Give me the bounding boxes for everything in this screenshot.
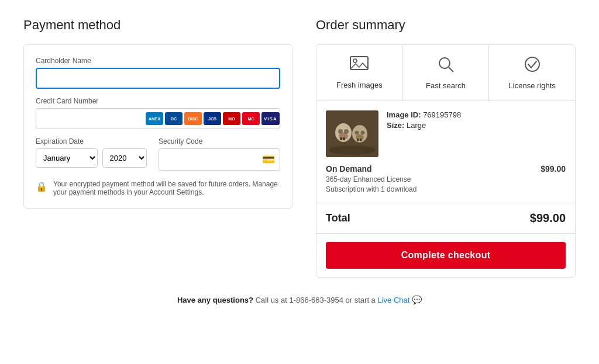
- visa-icon: VISA: [261, 112, 280, 125]
- cc-number-field[interactable]: AMEX DC DISC JCB MO MC VISA: [36, 108, 280, 129]
- svg-rect-9: [340, 137, 342, 140]
- lock-icon: 🔒: [36, 181, 47, 192]
- image-id: Image ID: 769195798: [387, 110, 566, 119]
- order-item-row: Image ID: 769195798 Size: Large: [326, 110, 566, 157]
- cc-number-input[interactable]: [41, 114, 143, 123]
- diners-icon: DC: [165, 112, 183, 125]
- order-title: Order summary: [316, 18, 576, 33]
- payment-title: Payment method: [23, 18, 292, 33]
- total-label: Total: [326, 212, 350, 224]
- amex-icon: AMEX: [146, 112, 163, 125]
- order-summary-box: Fresh images Fast search: [316, 44, 576, 278]
- chat-icon: 💬: [412, 295, 422, 304]
- svg-line-3: [449, 67, 453, 72]
- cardholder-label: Cardholder Name: [36, 57, 280, 65]
- license-line2: Subscription with 1 download: [326, 185, 416, 193]
- svg-point-2: [439, 58, 450, 68]
- on-demand-label: On Demand: [326, 164, 416, 174]
- feature-fast-search: Fast search: [403, 45, 490, 100]
- live-chat-link[interactable]: Live Chat: [377, 296, 409, 304]
- order-details: Image ID: 769195798 Size: Large On Deman…: [316, 101, 575, 203]
- expiry-label: Expiration Date: [36, 137, 147, 145]
- cardholder-input[interactable]: [36, 68, 280, 89]
- security-input-wrap[interactable]: 💳: [159, 148, 280, 171]
- maestro-icon: MO: [223, 112, 240, 125]
- order-price-row: On Demand 365-day Enhanced License Subsc…: [326, 164, 566, 193]
- svg-point-1: [353, 59, 357, 63]
- search-icon: [437, 56, 455, 77]
- checkmark-icon: [524, 56, 541, 77]
- svg-point-17: [355, 131, 359, 135]
- feature-fresh-images: Fresh images: [316, 45, 403, 100]
- image-id-label: Image ID:: [387, 110, 421, 119]
- svg-rect-16: [360, 138, 362, 141]
- svg-point-18: [361, 131, 365, 135]
- fresh-images-label: Fresh images: [336, 81, 383, 89]
- total-row: Total $99.00: [316, 203, 575, 234]
- expiry-selects: January February March April May June Ju…: [36, 148, 147, 168]
- feature-license-rights: License rights: [489, 45, 575, 100]
- year-select[interactable]: 2020 2021 2022 2023 2024 2025 2026: [102, 148, 147, 168]
- size-value: Large: [407, 121, 426, 130]
- order-thumbnail: [326, 110, 378, 157]
- footer-question: Have any questions?: [177, 296, 253, 304]
- footer-contact-text: Call us at 1-866-663-3954 or start a: [256, 296, 376, 304]
- order-meta: Image ID: 769195798 Size: Large: [387, 110, 566, 157]
- security-label: Security Code: [159, 137, 280, 145]
- size-label: Size:: [387, 121, 404, 130]
- expiry-security-row: Expiration Date January February March A…: [36, 137, 280, 171]
- complete-checkout-button[interactable]: Complete checkout: [326, 242, 566, 269]
- image-icon: [350, 56, 369, 76]
- cvv-icon: 💳: [262, 153, 275, 166]
- security-group: Security Code 💳: [159, 137, 280, 171]
- on-demand-info: On Demand 365-day Enhanced License Subsc…: [326, 164, 416, 193]
- expiry-group: Expiration Date January February March A…: [36, 137, 147, 171]
- svg-point-11: [338, 129, 343, 134]
- save-notice-text: Your encrypted payment method will be sa…: [53, 180, 280, 196]
- fast-search-label: Fast search: [426, 81, 466, 90]
- svg-rect-15: [357, 138, 359, 141]
- discover-icon: DISC: [184, 112, 202, 125]
- card-icons-group: AMEX DC DISC JCB MO MC VISA: [146, 112, 280, 125]
- payment-form: Cardholder Name Credit Card Number AMEX …: [23, 44, 292, 209]
- features-row: Fresh images Fast search: [316, 45, 575, 101]
- month-select[interactable]: January February March April May June Ju…: [36, 148, 98, 168]
- svg-rect-10: [343, 137, 345, 140]
- footer-bar: Have any questions? Call us at 1-866-663…: [23, 295, 576, 304]
- cc-number-label: Credit Card Number: [36, 97, 280, 105]
- svg-point-4: [525, 57, 539, 71]
- svg-point-12: [344, 129, 349, 134]
- on-demand-price: $99.00: [541, 164, 566, 174]
- license-line1: 365-day Enhanced License: [326, 175, 416, 183]
- license-rights-label: License rights: [509, 81, 556, 90]
- total-price: $99.00: [530, 212, 566, 225]
- mastercard-icon: MC: [242, 112, 260, 125]
- security-input[interactable]: [164, 155, 262, 164]
- svg-point-19: [329, 145, 376, 155]
- save-notice: 🔒 Your encrypted payment method will be …: [36, 180, 280, 196]
- image-id-value: 769195798: [423, 110, 461, 119]
- image-size: Size: Large: [387, 121, 566, 130]
- jcb-icon: JCB: [204, 112, 221, 125]
